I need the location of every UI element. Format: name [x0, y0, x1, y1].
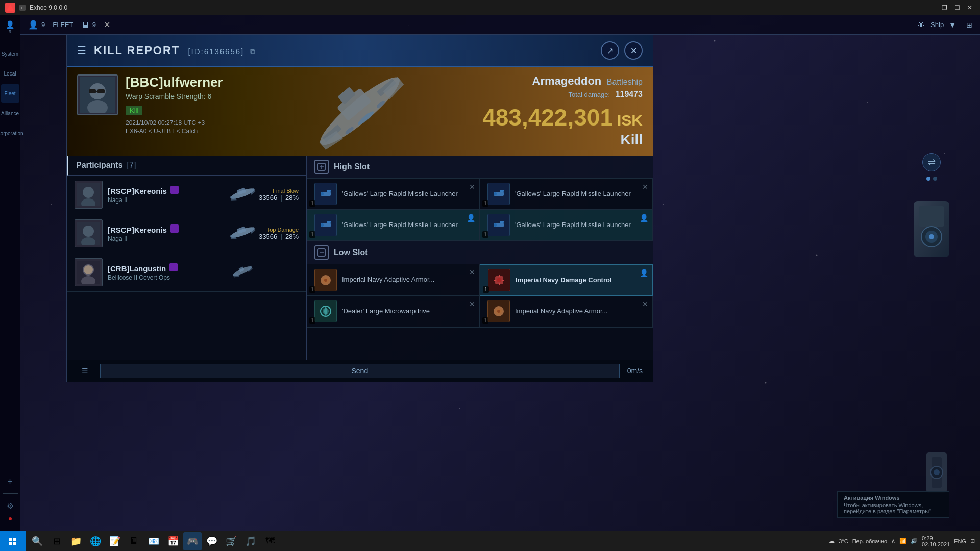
high-slot-item-4[interactable]: 1 'Gallows' Large Rapid Missile Launcher… [480, 210, 653, 241]
maximize-button[interactable]: ☐ [952, 3, 962, 13]
sidebar-item-settings[interactable]: ⚙ [1, 496, 19, 515]
restore-button[interactable]: ❐ [939, 3, 949, 13]
title-bar: E Exhoe 9.0.0.0 ─ ❐ ☐ ✕ [0, 0, 980, 15]
low-slot-item-3-name: 'Dealer' Large Microwarpdrive [342, 307, 430, 316]
participant-1-avatar [75, 181, 103, 209]
svg-rect-97 [13, 542, 16, 545]
export-button[interactable]: ↗ [601, 41, 619, 60]
sidebar-item-system[interactable]: System [1, 44, 19, 63]
sidebar-label-alliance: Alliance [1, 111, 19, 116]
music-taskbar[interactable]: 🎵 [241, 532, 260, 550]
participant-item-3[interactable]: [CRB]Langustin Bellicose II Covert Ops [67, 253, 306, 292]
taskbar-right: ☁ 3°C Пер. облачно ∧ 📶 🔊 0:29 02.10.2021… [829, 535, 980, 547]
kill-badge: Kill [126, 106, 142, 115]
calendar-taskbar[interactable]: 📅 [164, 532, 182, 550]
start-button[interactable] [0, 531, 26, 552]
victim-section: [BBC]ulfwerner Warp Scramble Strength: 6… [67, 67, 653, 156]
sidebar-item-corporation[interactable]: Corporation [1, 124, 19, 142]
participant-1-label: Final Blow [259, 188, 299, 194]
map-taskbar[interactable]: 🗺 [261, 532, 279, 550]
close-dialog-button[interactable]: ✕ [624, 41, 643, 60]
participant-3-name: [CRB]Langustin [108, 263, 293, 273]
low-item-qty-4: 1 [482, 317, 488, 324]
sidebar-label-help: 9 [9, 29, 11, 34]
nav-dot-1[interactable] [926, 177, 930, 181]
low-slot-item-1[interactable]: 1 Imperial Navy Adaptive Armor... ✕ [307, 264, 480, 296]
chat-taskbar[interactable]: 💬 [203, 532, 221, 550]
low-slot-item-1-remove[interactable]: ✕ [469, 268, 475, 277]
notepad-taskbar[interactable]: 📝 [106, 532, 124, 550]
sidebar-item-alliance[interactable]: Alliance [1, 104, 19, 122]
topbar-screen-item[interactable]: 🖥 9 [81, 20, 96, 30]
volume-icon: 🔊 [911, 538, 918, 544]
topbar-fleet-item[interactable]: 👤 9 [28, 20, 45, 30]
high-slot-item-3[interactable]: 1 'Gallows' Large Rapid Missile Launcher… [307, 210, 480, 241]
high-slot-header: High Slot [307, 156, 653, 179]
participant-item-2[interactable]: [RSCP]Kereonis Naga II [67, 214, 306, 253]
high-slot-item-2[interactable]: 1 'Gallows' Large Rapid Missile Launcher… [480, 179, 653, 210]
sidebar-item-help[interactable]: 👤 9 [1, 18, 19, 36]
participant-2-label: Top Damage [259, 227, 299, 233]
high-slot-items: 1 'Gallows' Large Rapid Missile Launcher… [307, 179, 653, 241]
explorer-taskbar[interactable]: 📁 [67, 532, 85, 550]
isk-display: 483,422,301 ISK [482, 103, 643, 129]
system-tray-arrow[interactable]: ∧ [891, 538, 895, 544]
copy-icon[interactable]: ⧉ [250, 47, 256, 56]
items-panel: High Slot 1 'Gallows' Large R [307, 156, 653, 360]
svg-rect-59 [327, 190, 331, 192]
chevron-down-icon[interactable]: ▼ [949, 21, 956, 29]
minimize-button[interactable]: ─ [926, 3, 937, 13]
low-slot-item-4-name: Imperial Navy Adaptive Armor... [515, 307, 607, 316]
ship-image-area [246, 67, 474, 156]
calculator-taskbar[interactable]: 🖩 [125, 532, 143, 550]
high-slot-item-2-remove[interactable]: ✕ [642, 183, 648, 191]
participant-3-ship: Bellicose II Covert Ops [108, 274, 293, 281]
menu-icon[interactable]: ☰ [77, 44, 86, 57]
svg-rect-95 [13, 538, 16, 541]
participants-count: [7] [127, 161, 136, 170]
nav-dot-2[interactable] [933, 177, 937, 181]
sidebar-item-local[interactable]: Local [1, 64, 19, 83]
participants-title: Participants [76, 161, 123, 170]
footer-menu-button[interactable]: ☰ [77, 363, 92, 379]
game-taskbar[interactable]: 🎮 [183, 532, 202, 550]
fleet-count: 9 [41, 21, 45, 29]
sidebar-item-add[interactable]: + [1, 472, 19, 491]
nav-arrow-right[interactable]: ⇌ [922, 153, 941, 171]
store-taskbar[interactable]: 🛒 [222, 532, 240, 550]
high-slot-item-3-person: 👤 [467, 214, 475, 222]
weather-desc: Пер. облачно [852, 538, 887, 544]
filter-icon[interactable]: ⊞ [966, 21, 972, 29]
low-slot-item-3-remove[interactable]: ✕ [469, 300, 475, 308]
svg-point-89 [929, 234, 934, 239]
svg-point-12 [51, 204, 52, 205]
network-icon: 📶 [899, 538, 906, 544]
participant-item-1[interactable]: [RSCP]Kereonis Naga II [67, 176, 306, 214]
sidebar-item-fleet[interactable]: Fleet [1, 84, 19, 103]
low-slot-item-2[interactable]: 1 Imperial Navy Damage Control [480, 264, 653, 296]
svg-rect-65 [327, 221, 331, 223]
search-taskbar[interactable]: 🔍 [28, 532, 46, 550]
participant-2-stats: Top Damage 33566 | 28% [259, 227, 299, 240]
high-slot-section: High Slot 1 'Gallows' Large R [307, 156, 653, 241]
high-slot-item-1[interactable]: 1 'Gallows' Large Rapid Missile Launcher… [307, 179, 480, 210]
participant-1-ship-icon [227, 185, 258, 205]
left-sidebar: 👤 9 System Local Fleet Alliance Corporat… [0, 15, 20, 531]
low-slot-item-4[interactable]: 1 Imperial Navy Adaptive Armor... ✕ [480, 296, 653, 327]
notification-center[interactable]: ⊡ [970, 538, 975, 544]
chrome-taskbar[interactable]: 🌐 [86, 532, 105, 550]
low-slot-item-4-remove[interactable]: ✕ [642, 300, 648, 308]
participants-panel: Participants [7] [RSCP]Kereonis [67, 156, 307, 360]
low-slot-item-3[interactable]: 1 'Dealer' Large Microwarpdrive ✕ [307, 296, 480, 327]
send-button[interactable]: Send [100, 364, 620, 378]
low-slot-item-2-name: Imperial Navy Damage Control [516, 276, 612, 285]
activation-notice: Активация Windows Чтобы активировать Win… [837, 491, 949, 518]
taskview-taskbar[interactable]: ⊞ [47, 532, 66, 550]
mail-taskbar[interactable]: 📧 [144, 532, 163, 550]
fleet-close-button[interactable]: ✕ [104, 20, 110, 30]
high-slot-item-1-remove[interactable]: ✕ [469, 183, 475, 191]
participant-2-rank [170, 224, 179, 233]
eng-label: ENG [954, 538, 966, 544]
svg-rect-86 [919, 206, 944, 227]
close-button[interactable]: ✕ [965, 3, 975, 13]
